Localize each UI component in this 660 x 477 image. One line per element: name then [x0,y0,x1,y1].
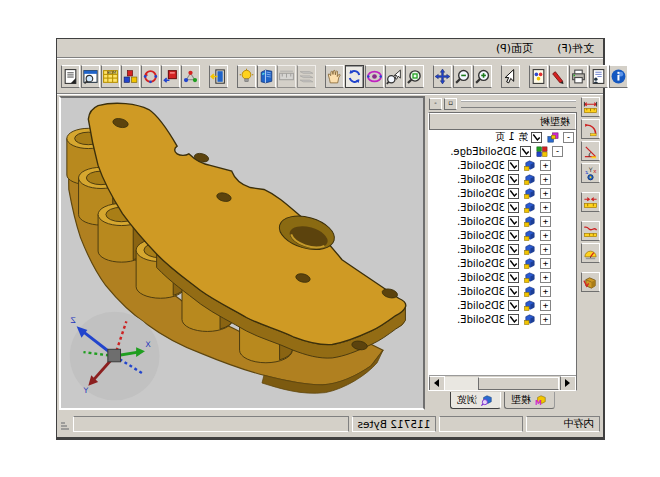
zoom-in-button[interactable] [473,65,492,88]
tree-row-part-5[interactable]: +3DSolidE. [429,214,576,228]
expand-icon[interactable]: + [540,202,551,213]
svg-text:X: X [145,340,151,349]
annotate-pen-button[interactable] [549,65,568,88]
panel-minimize-button[interactable]: - [429,98,442,110]
help-button[interactable] [609,65,628,88]
visibility-checkbox[interactable] [508,300,519,311]
orientation-triad: Z X Y [70,312,160,401]
layers-button[interactable] [297,65,316,88]
orbit-button[interactable] [365,65,384,88]
collapse-icon[interactable]: - [563,132,574,143]
structure-button[interactable] [181,65,200,88]
ic-door-icon [210,68,227,85]
measure-frame-button[interactable] [277,65,296,88]
tree-row-import[interactable]: -3DSolidEdge. [429,144,576,158]
collapse-icon[interactable]: - [552,146,563,157]
tree-row-part-9[interactable]: +3DSolidE. [429,270,576,284]
visibility-checkbox[interactable] [508,272,519,283]
v-dimh-icon [583,100,598,115]
visibility-checkbox[interactable] [508,314,519,325]
expand-icon[interactable]: + [540,216,551,227]
expand-icon[interactable]: + [540,272,551,283]
ic-zoomsel-icon [386,68,403,85]
expand-icon[interactable]: + [540,300,551,311]
dim-coordinate-button[interactable] [581,163,600,183]
expand-icon[interactable]: + [540,314,551,325]
gauge-button[interactable] [581,243,600,263]
expand-icon[interactable]: + [540,230,551,241]
visibility-checkbox[interactable] [508,286,519,297]
visibility-checkbox[interactable] [508,216,519,227]
status-grip-icon [60,417,70,431]
visibility-checkbox[interactable] [520,146,531,157]
scrollbar-thumb[interactable] [479,377,560,390]
visibility-checkbox[interactable] [531,132,542,143]
tree-row-scene[interactable]: -第 1 页 [429,130,576,144]
dim-distance-button[interactable] [581,192,600,212]
visibility-checkbox[interactable] [508,188,519,199]
expand-icon[interactable]: + [540,160,551,171]
tree-row-part-4[interactable]: +3DSolidE. [429,200,576,214]
visibility-checkbox[interactable] [508,230,519,241]
exit-view-button[interactable] [209,65,228,88]
new-scene-button[interactable] [529,65,548,88]
visibility-checkbox[interactable] [508,202,519,213]
expand-icon[interactable]: + [540,188,551,199]
panel-maximize-button[interactable]: ▫ [444,98,457,110]
scroll-right-button[interactable] [429,376,445,391]
tree-row-part-11[interactable]: +3DSolidE. [429,298,576,312]
panel-grab-handle[interactable] [461,100,576,108]
lighting-button[interactable] [237,65,256,88]
dim-linear-button[interactable] [581,97,600,117]
tree-row-part-2[interactable]: +3DSolidE. [429,172,576,186]
update-button[interactable] [141,65,160,88]
select-cursor-button[interactable] [501,65,520,88]
tab-browse[interactable]: 浏览 [450,392,501,409]
t-part-icon [522,257,537,270]
visibility-checkbox[interactable] [508,174,519,185]
render-button[interactable] [257,65,276,88]
report-button[interactable] [61,65,80,88]
tab-model-label: 模型 [511,393,531,407]
rotate-view-button[interactable] [345,65,364,88]
tree-row-part-1[interactable]: +3DSolidE. [429,158,576,172]
tab-model[interactable]: 模型 [504,392,555,409]
print-button[interactable] [569,65,588,88]
paste-feature-button[interactable] [161,65,180,88]
expand-icon[interactable]: + [540,174,551,185]
tree-row-part-6[interactable]: +3DSolidE. [429,228,576,242]
design-window-button[interactable] [81,65,100,88]
ic-pen-icon [550,68,567,85]
dim-angle-button[interactable] [581,141,600,161]
zoom-out-button[interactable] [453,65,472,88]
ic-hand-icon [326,68,343,85]
tree-row-part-8[interactable]: +3DSolidE. [429,256,576,270]
expand-icon[interactable]: + [540,258,551,269]
scrollbar-track[interactable] [445,377,560,390]
tree-row-part-3[interactable]: +3DSolidE. [429,186,576,200]
expand-icon[interactable]: + [540,244,551,255]
visibility-checkbox[interactable] [508,258,519,269]
parts-library-button[interactable] [121,65,140,88]
tree-row-part-10[interactable]: +3DSolidE. [429,284,576,298]
zoom-fit-button[interactable] [405,65,424,88]
visibility-checkbox[interactable] [508,244,519,255]
catalog-button[interactable] [101,65,120,88]
pan-hand-button[interactable] [325,65,344,88]
zoom-window-button[interactable] [385,65,404,88]
dim-curve-button[interactable] [581,221,600,241]
tree-row-part-7[interactable]: +3DSolidE. [429,242,576,256]
tree-node-label: 3DSolidE. [457,174,505,185]
scroll-left-button[interactable] [560,376,576,391]
menu-file[interactable]: 文件(F) [555,40,596,57]
solid-measure-button[interactable] [581,272,600,292]
pan-arrows-button[interactable] [433,65,452,88]
print-preview-button[interactable] [589,65,608,88]
3d-viewport[interactable]: Z X Y [59,96,425,410]
t-part-icon [522,229,537,242]
expand-icon[interactable]: + [540,286,551,297]
dim-radial-button[interactable] [581,119,600,139]
tree-row-part-12[interactable]: +3DSolidE. [429,312,576,326]
menu-page[interactable]: 页面(P) [494,40,535,57]
visibility-checkbox[interactable] [508,160,519,171]
